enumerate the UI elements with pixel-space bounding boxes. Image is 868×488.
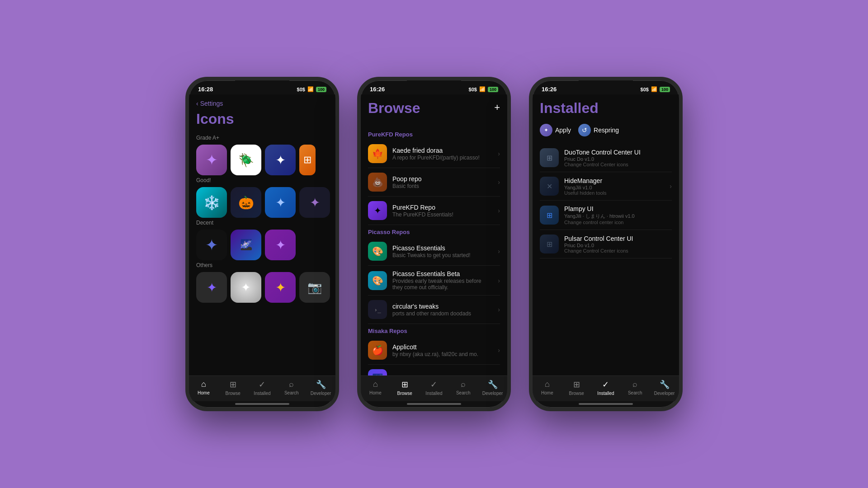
wifi-icon-3: 📶: [651, 86, 657, 92]
home-screen[interactable]: ‹ Settings Icons Grade A+ ✦ 🪲 ✦ ⊞: [189, 94, 335, 375]
nav-browse-1[interactable]: ⊞ Browse: [218, 380, 248, 396]
purekfd-chevron: ›: [498, 207, 500, 214]
home-icon-3: ⌂: [545, 380, 550, 389]
installed-hidemanager[interactable]: ✕ HideManager YangJili v1.0 Useful hidde…: [540, 172, 672, 201]
good-grid: ❄️ 🎃 ✦ ✦: [196, 187, 328, 218]
home-label-1: Home: [198, 390, 210, 395]
app-icon-12[interactable]: ✦: [231, 272, 261, 303]
nav-home-3[interactable]: ⌂ Home: [533, 380, 562, 396]
picasso-header: Picasso Repos: [368, 229, 500, 235]
nav-search-2[interactable]: ⌕ Search: [448, 380, 478, 396]
icons-title: Icons: [196, 111, 328, 127]
poop-icon: 💩: [368, 173, 387, 192]
respring-button[interactable]: ↺ Respring: [578, 124, 619, 136]
installed-label-1: Installed: [254, 391, 270, 396]
repo-poop[interactable]: 💩 Poop repo Basic fonts ›: [368, 168, 500, 197]
poop-desc: Basic fonts: [392, 183, 492, 189]
status-bar-2: 16:26 $0$ 📶 100: [361, 80, 507, 94]
installed-pulsar[interactable]: ⊞ Pulsar Control Center UI Priuc Do v1.0…: [540, 230, 672, 258]
app-icon-6[interactable]: 🎃: [231, 187, 261, 218]
app-icon-5[interactable]: ❄️: [196, 187, 227, 218]
add-repo-button[interactable]: +: [494, 102, 500, 113]
repo-aurora[interactable]: 🌌 Aurora ›: [368, 365, 500, 375]
plampy-info: Plampy UI YangJili · しまりん · htrowii v1.0…: [564, 205, 672, 225]
grade-a-label: Grade A+: [196, 135, 328, 141]
browse-header: Browse +: [368, 100, 500, 124]
repo-picasso-beta[interactable]: 🎨 Picasso Essentials Beta Provides early…: [368, 266, 500, 296]
nav-search-3[interactable]: ⌕ Search: [620, 380, 650, 396]
installed-screen[interactable]: Installed ✦ Apply ↺ Respring: [533, 94, 679, 375]
bottom-nav-3: ⌂ Home ⊞ Browse ✓ Installed ⌕ Search 🔧 D…: [533, 375, 679, 401]
installed-icon-1: ✓: [259, 380, 265, 389]
wifi-icon-2: 📶: [479, 86, 486, 92]
repo-applicott[interactable]: 🍎 Applicott by nbxy (aka uz.ra), fall20c…: [368, 336, 500, 365]
pulsar-info: Pulsar Control Center UI Priuc Do v1.0 C…: [564, 235, 672, 253]
circular-icon: ›_: [368, 300, 387, 319]
nav-home-1[interactable]: ⌂ Home: [189, 380, 218, 396]
picasso-beta-info: Picasso Essentials Beta Provides early t…: [392, 270, 492, 291]
browse-label-1: Browse: [226, 391, 241, 396]
app-icon-11[interactable]: ✦: [196, 272, 227, 303]
nav-installed-2[interactable]: ✓ Installed: [420, 380, 449, 396]
app-icon-4[interactable]: ⊞: [299, 145, 316, 175]
applicott-info: Applicott by nbxy (aka uz.ra), fall20c a…: [392, 343, 492, 357]
respring-label: Respring: [594, 127, 619, 134]
nav-installed-1[interactable]: ✓ Installed: [248, 380, 277, 396]
nav-dev-2[interactable]: 🔧 Developer: [478, 380, 507, 396]
app-icon-1[interactable]: ✦: [196, 145, 227, 175]
nav-search-1[interactable]: ⌕ Search: [277, 380, 306, 396]
back-button[interactable]: ‹ Settings: [196, 100, 328, 107]
app-icon-7[interactable]: ✦: [265, 187, 296, 218]
repo-picasso[interactable]: 🎨 Picasso Essentials Basic Tweaks to get…: [368, 237, 500, 266]
browse-screen[interactable]: Browse + PureKFD Repos 🍁 Kaede fried dor…: [361, 94, 507, 375]
app-icon-9[interactable]: 🌌: [231, 230, 261, 260]
duotone-meta: Priuc Do v1.0: [564, 156, 672, 162]
phone-3: 16:26 $0$ 📶 100 Installed ✦ Apply ↺: [529, 77, 683, 411]
app-icon-14[interactable]: 📷: [299, 272, 330, 303]
app-icon-10[interactable]: ✦: [265, 230, 296, 260]
nav-browse-2[interactable]: ⊞ Browse: [390, 380, 420, 396]
picasso-info: Picasso Essentials Basic Tweaks to get y…: [392, 244, 492, 258]
app-icon-3[interactable]: ✦: [265, 145, 296, 175]
purekfd-header: PureKFD Repos: [368, 131, 500, 138]
duotone-name: DuoTone Control Center UI: [564, 149, 672, 156]
picasso-icon: 🎨: [368, 242, 387, 261]
purekfd-desc: The PureKFD Essentials!: [392, 211, 492, 218]
apply-label: Apply: [555, 127, 571, 134]
repo-kaede[interactable]: 🍁 Kaede fried doraa A repo for PureKFD/(…: [368, 140, 500, 168]
hide-icon: ✕: [540, 177, 559, 196]
repo-purekfd[interactable]: ✦ PureKFD Repo The PureKFD Essentials! ›: [368, 197, 500, 225]
repo-circular[interactable]: ›_ circular's tweaks ports and other ran…: [368, 296, 500, 324]
installed-plampy[interactable]: ⊞ Plampy UI YangJili · しまりん · htrowii v1…: [540, 201, 672, 230]
circular-chevron: ›: [498, 306, 500, 313]
picasso-name: Picasso Essentials: [392, 244, 492, 252]
misaka-header: Misaka Repos: [368, 328, 500, 334]
app-icon-8[interactable]: ✦: [196, 230, 227, 260]
pulsar-desc: Change Control Center icons: [564, 248, 672, 253]
carrier-2: $0$: [469, 87, 477, 92]
home-indicator-2: [407, 403, 461, 405]
dev-label-2: Developer: [482, 391, 503, 396]
phone-1: 16:28 $0$ 📶 100 ‹ Settings Icons Grade A…: [185, 77, 339, 411]
pulsar-name: Pulsar Control Center UI: [564, 235, 672, 242]
installed-icon-3: ✓: [602, 380, 609, 389]
nav-home-2[interactable]: ⌂ Home: [361, 380, 390, 396]
browse-label-2: Browse: [397, 391, 412, 396]
decent-grid: ✦ 🌌 ✦: [196, 230, 328, 260]
nav-installed-3[interactable]: ✓ Installed: [591, 380, 621, 396]
nav-dev-1[interactable]: 🔧 Developer: [306, 380, 335, 396]
app-icon-2[interactable]: 🪲: [231, 145, 261, 175]
app-icon-13[interactable]: ✦: [265, 272, 296, 303]
hide-name: HideManager: [564, 177, 664, 184]
add-more-1[interactable]: ✦: [299, 187, 330, 218]
installed-duotone[interactable]: ⊞ DuoTone Control Center UI Priuc Do v1.…: [540, 144, 672, 172]
apply-button[interactable]: ✦ Apply: [540, 124, 571, 136]
installed-label-3: Installed: [597, 391, 614, 396]
purekfd-icon: ✦: [368, 201, 387, 220]
search-label-3: Search: [628, 390, 642, 395]
poop-name: Poop repo: [392, 175, 492, 183]
back-label: Settings: [200, 100, 223, 107]
nav-browse-3[interactable]: ⊞ Browse: [562, 380, 591, 396]
picasso-desc: Basic Tweaks to get you started!: [392, 252, 492, 258]
nav-dev-3[interactable]: 🔧 Developer: [650, 380, 679, 396]
